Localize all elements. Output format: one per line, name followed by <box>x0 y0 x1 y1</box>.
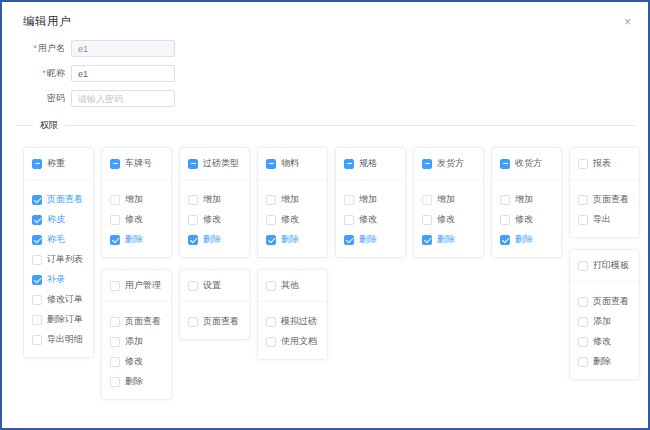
checkbox-checked-icon[interactable] <box>32 215 42 225</box>
permission-item[interactable]: 删除 <box>110 233 163 246</box>
permission-group-header[interactable]: 报表 <box>570 148 639 180</box>
nickname-field[interactable] <box>71 65 175 82</box>
permission-item[interactable]: 增加 <box>500 193 553 206</box>
checkbox-unchecked-icon[interactable] <box>32 335 42 345</box>
permission-group-header[interactable]: 收货方 <box>492 148 561 180</box>
checkbox-unchecked-icon[interactable] <box>500 215 510 225</box>
permission-group-header[interactable]: 用户管理 <box>102 270 171 302</box>
permission-item[interactable]: 修改订单 <box>32 293 85 306</box>
checkbox-checked-icon[interactable] <box>188 235 198 245</box>
checkbox-unchecked-icon[interactable] <box>422 215 432 225</box>
permission-item[interactable]: 称皮 <box>32 213 85 226</box>
checkbox-unchecked-icon[interactable] <box>578 215 588 225</box>
checkbox-indeterminate-icon[interactable] <box>110 159 120 169</box>
permission-item[interactable]: 修改 <box>188 213 241 226</box>
checkbox-unchecked-icon[interactable] <box>110 317 120 327</box>
checkbox-unchecked-icon[interactable] <box>578 317 588 327</box>
permission-item[interactable]: 删除 <box>188 233 241 246</box>
permission-group-header[interactable]: 打印模板 <box>570 250 639 282</box>
checkbox-unchecked-icon[interactable] <box>266 337 276 347</box>
checkbox-indeterminate-icon[interactable] <box>32 159 42 169</box>
permission-item[interactable]: 称毛 <box>32 233 85 246</box>
permission-item[interactable]: 删除 <box>422 233 475 246</box>
permission-item[interactable]: 页面查看 <box>578 295 631 308</box>
permission-group-header[interactable]: 发货方 <box>414 148 483 180</box>
close-icon[interactable]: × <box>620 14 635 30</box>
checkbox-unchecked-icon[interactable] <box>578 195 588 205</box>
permission-group-header[interactable]: 车牌号 <box>102 148 171 180</box>
permission-item[interactable]: 删除 <box>266 233 319 246</box>
permission-group-header[interactable]: 物料 <box>258 148 327 180</box>
checkbox-indeterminate-icon[interactable] <box>500 159 510 169</box>
permission-group-header[interactable]: 其他 <box>258 270 327 302</box>
permission-item[interactable]: 页面查看 <box>578 193 631 206</box>
permission-item[interactable]: 订单列表 <box>32 253 85 266</box>
permission-item[interactable]: 添加 <box>578 315 631 328</box>
checkbox-unchecked-icon[interactable] <box>110 195 120 205</box>
permission-group-header[interactable]: 设置 <box>180 270 249 302</box>
permission-item[interactable]: 增加 <box>266 193 319 206</box>
checkbox-unchecked-icon[interactable] <box>266 281 276 291</box>
checkbox-checked-icon[interactable] <box>422 235 432 245</box>
checkbox-unchecked-icon[interactable] <box>32 255 42 265</box>
checkbox-indeterminate-icon[interactable] <box>422 159 432 169</box>
checkbox-unchecked-icon[interactable] <box>188 215 198 225</box>
checkbox-checked-icon[interactable] <box>32 275 42 285</box>
checkbox-unchecked-icon[interactable] <box>188 281 198 291</box>
permission-item[interactable]: 修改 <box>500 213 553 226</box>
checkbox-unchecked-icon[interactable] <box>188 195 198 205</box>
checkbox-unchecked-icon[interactable] <box>578 297 588 307</box>
permission-item[interactable]: 使用文档 <box>266 335 319 348</box>
checkbox-unchecked-icon[interactable] <box>266 317 276 327</box>
permission-item[interactable]: 修改 <box>266 213 319 226</box>
checkbox-unchecked-icon[interactable] <box>578 337 588 347</box>
checkbox-unchecked-icon[interactable] <box>32 295 42 305</box>
permission-item[interactable]: 删除 <box>578 355 631 368</box>
checkbox-unchecked-icon[interactable] <box>344 215 354 225</box>
permission-item[interactable]: 增加 <box>422 193 475 206</box>
checkbox-checked-icon[interactable] <box>32 195 42 205</box>
checkbox-unchecked-icon[interactable] <box>32 315 42 325</box>
checkbox-unchecked-icon[interactable] <box>578 159 588 169</box>
checkbox-unchecked-icon[interactable] <box>578 261 588 271</box>
checkbox-unchecked-icon[interactable] <box>110 337 120 347</box>
username-field[interactable] <box>71 40 175 57</box>
checkbox-unchecked-icon[interactable] <box>422 195 432 205</box>
permission-group-header[interactable]: 过磅类型 <box>180 148 249 180</box>
checkbox-indeterminate-icon[interactable] <box>266 159 276 169</box>
permission-item[interactable]: 增加 <box>110 193 163 206</box>
checkbox-unchecked-icon[interactable] <box>110 357 120 367</box>
checkbox-unchecked-icon[interactable] <box>110 377 120 387</box>
checkbox-checked-icon[interactable] <box>344 235 354 245</box>
checkbox-indeterminate-icon[interactable] <box>344 159 354 169</box>
permission-item[interactable]: 添加 <box>110 335 163 348</box>
permission-item[interactable]: 补录 <box>32 273 85 286</box>
permission-group-header[interactable]: 称重 <box>24 148 93 180</box>
permission-item[interactable]: 页面查看 <box>110 315 163 328</box>
permission-item[interactable]: 模拟过磅 <box>266 315 319 328</box>
password-field[interactable] <box>71 90 175 107</box>
checkbox-unchecked-icon[interactable] <box>500 195 510 205</box>
permission-item[interactable]: 删除 <box>344 233 397 246</box>
permission-item[interactable]: 增加 <box>344 193 397 206</box>
permission-item[interactable]: 修改 <box>578 335 631 348</box>
checkbox-indeterminate-icon[interactable] <box>188 159 198 169</box>
checkbox-unchecked-icon[interactable] <box>344 195 354 205</box>
permission-item[interactable]: 修改 <box>110 355 163 368</box>
permission-group-header[interactable]: 规格 <box>336 148 405 180</box>
checkbox-checked-icon[interactable] <box>110 235 120 245</box>
checkbox-unchecked-icon[interactable] <box>110 281 120 291</box>
checkbox-checked-icon[interactable] <box>500 235 510 245</box>
permission-item[interactable]: 修改 <box>110 213 163 226</box>
checkbox-unchecked-icon[interactable] <box>266 195 276 205</box>
permission-item[interactable]: 修改 <box>422 213 475 226</box>
checkbox-checked-icon[interactable] <box>266 235 276 245</box>
permission-item[interactable]: 修改 <box>344 213 397 226</box>
checkbox-unchecked-icon[interactable] <box>578 357 588 367</box>
permission-item[interactable]: 增加 <box>188 193 241 206</box>
permission-item[interactable]: 页面查看 <box>32 193 85 206</box>
checkbox-unchecked-icon[interactable] <box>266 215 276 225</box>
permission-item[interactable]: 导出明细 <box>32 333 85 346</box>
permission-item[interactable]: 删除 <box>110 375 163 388</box>
checkbox-unchecked-icon[interactable] <box>110 215 120 225</box>
